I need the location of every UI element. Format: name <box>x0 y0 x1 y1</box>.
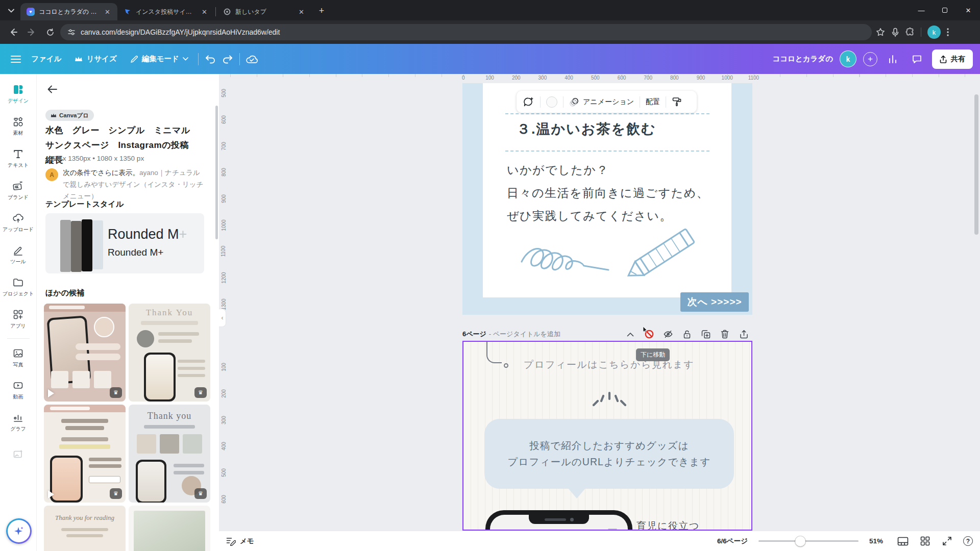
lock-page-icon[interactable] <box>682 330 692 339</box>
page5-next-button[interactable]: 次へ >>>>> <box>680 292 749 312</box>
design-page-5[interactable]: ３.温かいお茶を飲む いかがでしたか？日々の生活を前向きに過ごすため、ぜひ実践し… <box>462 83 752 315</box>
tab-divider <box>215 7 216 16</box>
invite-member-button[interactable]: + <box>863 52 877 66</box>
template-thumbnail-2[interactable]: Thank You ♛ <box>129 304 210 402</box>
back-icon[interactable] <box>5 24 21 40</box>
sidebar-item-apps[interactable]: アプリ <box>2 303 35 335</box>
speech-bubble[interactable]: 投稿で紹介したおすすめグッズはプロフィールのURLよりチェックできます <box>484 419 734 489</box>
edit-mode-menu[interactable]: 編集モード <box>124 49 195 69</box>
cloud-saved-icon[interactable] <box>243 51 260 68</box>
url-text[interactable]: canva.com/design/DAGiBzzfgAY/jUjpkqnrsid… <box>81 28 280 36</box>
grid-view-icon[interactable] <box>919 536 930 547</box>
resize-menu[interactable]: リサイズ <box>68 49 123 69</box>
window-controls: — ✕ <box>910 0 980 20</box>
background-color-swatch[interactable] <box>546 96 557 108</box>
browser-tab-article[interactable]: インスタ投稿サイズ変更で縦長4:3… ✕ <box>117 3 214 20</box>
apps-icon <box>12 309 24 320</box>
browser-tab-canva[interactable]: ♥ ココロとカラダの - 1080 x 1350px ✕ <box>20 3 117 20</box>
add-page-icon[interactable] <box>739 330 748 339</box>
hide-page-icon[interactable] <box>664 330 673 339</box>
user-avatar[interactable]: k <box>840 51 856 67</box>
comment-add-icon[interactable] <box>523 97 534 107</box>
browser-tab-newtab[interactable]: 新しいタブ ✕ <box>217 3 311 20</box>
duplicate-page-icon[interactable] <box>701 330 710 339</box>
sidebar-item-videos[interactable]: 動画 <box>2 374 35 406</box>
phone-mockup[interactable] <box>485 510 632 531</box>
collapse-page-icon[interactable] <box>626 330 635 339</box>
zoom-percent[interactable]: 51% <box>869 537 887 545</box>
undo-icon[interactable] <box>202 51 219 68</box>
sidebar-item-tools[interactable]: ツール <box>2 239 35 270</box>
window-close-button[interactable]: ✕ <box>957 0 980 20</box>
tab-title: 新しいタブ <box>235 8 292 16</box>
tab-close-icon[interactable]: ✕ <box>103 8 112 16</box>
side-caption-text[interactable]: 育児に役立つ <box>636 519 700 531</box>
pages-timeline-icon[interactable] <box>897 536 909 547</box>
position-button[interactable]: 配置 <box>646 97 660 107</box>
crown-icon <box>75 56 83 62</box>
sidebar-item-text[interactable]: テキスト <box>2 142 35 174</box>
insights-icon[interactable] <box>884 51 901 68</box>
tab-search-button[interactable] <box>4 4 18 18</box>
panel-back-button[interactable] <box>44 81 60 97</box>
canvas-scrollbar[interactable] <box>974 94 978 235</box>
creator-row[interactable]: A 次の条件でさらに表示。ayano｜ナチュラルで親しみやすいデザイン（インスタ… <box>45 167 204 202</box>
animate-button[interactable]: アニメーション <box>569 97 634 107</box>
template-thumbnail-4[interactable]: Thank you ♛ <box>129 405 210 503</box>
delete-page-icon[interactable] <box>720 330 729 339</box>
fullscreen-icon[interactable] <box>941 536 952 547</box>
site-settings-icon[interactable] <box>67 28 76 36</box>
share-button[interactable]: 共有 <box>932 49 973 69</box>
pencil-doodle-illustration[interactable] <box>519 222 708 279</box>
template-thumbnail-3[interactable]: ♛ <box>44 405 126 503</box>
canva-assistant-button[interactable] <box>6 518 32 544</box>
window-minimize-button[interactable]: — <box>910 0 933 20</box>
file-menu[interactable]: ファイル <box>24 49 68 69</box>
sidebar-item-brand[interactable]: ブランド <box>2 174 35 206</box>
main-menu-icon[interactable] <box>7 51 24 68</box>
panel-collapse-button[interactable]: ‹ <box>219 309 226 327</box>
window-maximize-button[interactable] <box>933 0 957 20</box>
template-dimensions: 1080 x 1350px • 1080 x 1350 px <box>45 155 144 162</box>
sidebar-item-uploads[interactable]: アップロード <box>2 207 35 238</box>
template-thumbnail-5[interactable]: Thank you for reading <box>44 506 126 551</box>
zoom-slider-thumb[interactable] <box>795 536 805 546</box>
sidebar-item-more[interactable] <box>2 438 35 470</box>
reload-icon[interactable] <box>42 24 58 40</box>
design-title[interactable]: ココロとカラダの <box>772 54 833 64</box>
sidebar-item-photos[interactable]: 写真 <box>2 342 35 373</box>
panel-scrollbar[interactable] <box>215 106 218 239</box>
editor-canvas[interactable]: 010020030040050060070080090010001100 500… <box>219 74 980 551</box>
paint-roller-icon[interactable] <box>672 96 682 107</box>
ruler-label: 600 <box>221 115 227 124</box>
page5-body-text[interactable]: いかがでしたか？日々の生活を前向きに過ごすため、ぜひ実践してみてください。 <box>507 162 709 231</box>
notes-button[interactable]: メモ <box>226 537 254 546</box>
help-icon[interactable]: ? <box>963 536 973 546</box>
template-style-card[interactable]: Rounded M+ Rounded M+ <box>45 213 204 273</box>
forward-icon[interactable] <box>23 24 40 40</box>
tab-close-icon[interactable]: ✕ <box>200 8 209 16</box>
url-omnibox[interactable]: canva.com/design/DAGiBzzfgAY/jUjpkqnrsid… <box>60 24 872 40</box>
design-page-6-selected[interactable]: プロフィールはこちらから見れます 投稿で紹介したおすすめグッズはプロフィールのU… <box>462 341 752 531</box>
sidebar-item-elements[interactable]: 素材 <box>2 110 35 142</box>
ruler-label: 200 <box>503 75 529 81</box>
page5-heading-text[interactable]: ３.温かいお茶を飲む <box>517 120 656 138</box>
zoom-slider[interactable] <box>758 540 859 542</box>
browser-profile-avatar[interactable]: k <box>927 26 941 39</box>
browser-menu-icon[interactable] <box>947 28 949 36</box>
microphone-icon[interactable] <box>891 28 899 37</box>
comments-icon[interactable] <box>908 51 925 68</box>
bookmark-star-icon[interactable] <box>876 28 885 37</box>
new-tab-button[interactable]: + <box>314 4 329 18</box>
redo-icon[interactable] <box>219 51 236 68</box>
page6-title-placeholder[interactable]: - ページタイトルを追加 <box>489 330 560 339</box>
sidebar-item-design[interactable]: デザイン <box>2 78 35 110</box>
page-indicator[interactable]: 6/6ページ <box>717 537 748 546</box>
extensions-icon[interactable] <box>905 28 915 37</box>
template-thumbnail-6[interactable] <box>129 506 210 551</box>
sidebar-item-charts[interactable]: グラフ <box>2 406 35 438</box>
move-page-down-blocked-icon[interactable] <box>645 330 654 339</box>
sidebar-item-projects[interactable]: プロジェクト <box>2 271 35 303</box>
template-thumbnail-1[interactable]: ♛ <box>44 304 126 402</box>
tab-close-icon[interactable]: ✕ <box>297 8 306 16</box>
